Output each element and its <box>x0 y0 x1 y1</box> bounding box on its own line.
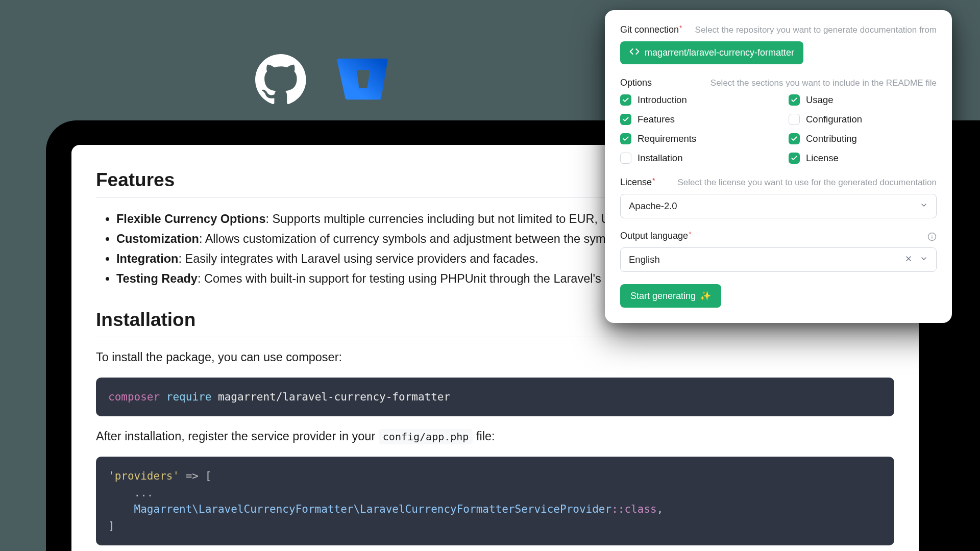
github-icon <box>255 54 306 107</box>
checkbox-checked-icon <box>620 94 631 106</box>
checkbox-checked-icon <box>789 133 800 144</box>
option-label: Usage <box>806 94 833 106</box>
repo-selected-chip[interactable]: magarrent/laravel-currency-formatter <box>620 41 803 64</box>
sparkle-icon: ✨ <box>700 290 711 302</box>
option-label: Requirements <box>638 133 696 144</box>
option-label: Introduction <box>638 94 687 106</box>
install-register-provider: After installation, register the service… <box>96 430 894 443</box>
git-connection-label: Git connection* <box>620 24 682 35</box>
git-connection-hint: Select the repository you want to genera… <box>695 25 937 35</box>
license-hint: Select the license you want to use for t… <box>678 178 937 188</box>
option-label: License <box>806 153 839 164</box>
chevron-down-icon <box>920 201 928 212</box>
bitbucket-icon <box>337 54 388 107</box>
option-usage[interactable]: Usage <box>789 94 937 106</box>
option-label: Installation <box>638 153 682 164</box>
language-select[interactable]: English <box>620 247 937 272</box>
checkbox-unchecked-icon <box>789 114 800 125</box>
option-contributing[interactable]: Contributing <box>789 133 937 144</box>
checkbox-checked-icon <box>789 153 800 164</box>
options-hint: Select the sections you want to include … <box>710 78 937 88</box>
clear-icon[interactable] <box>904 254 913 265</box>
option-label: Configuration <box>806 114 862 125</box>
checkbox-unchecked-icon <box>620 153 631 164</box>
repo-name: magarrent/laravel-currency-formatter <box>645 47 794 58</box>
info-icon[interactable] <box>927 231 937 241</box>
start-generating-button[interactable]: Start generating ✨ <box>620 284 721 308</box>
install-intro: To install the package, you can use comp… <box>96 350 894 364</box>
license-select[interactable]: Apache-2.0 <box>620 194 937 218</box>
option-introduction[interactable]: Introduction <box>620 94 768 106</box>
option-license[interactable]: License <box>789 153 937 164</box>
license-value: Apache-2.0 <box>629 201 677 212</box>
config-path-code: config/app.php <box>379 429 473 444</box>
output-language-label: Output language* <box>620 231 692 241</box>
language-value: English <box>629 254 660 265</box>
code-icon <box>629 46 640 59</box>
options-label: Options <box>620 78 652 88</box>
option-configuration[interactable]: Configuration <box>789 114 937 125</box>
checkbox-checked-icon <box>620 133 631 144</box>
code-block-providers: 'providers' => [ ... Magarrent\LaravelCu… <box>96 457 894 545</box>
option-label: Features <box>638 114 675 125</box>
option-label: Contributing <box>806 133 857 144</box>
option-features[interactable]: Features <box>620 114 768 125</box>
config-panel: Git connection* Select the repository yo… <box>605 10 952 323</box>
checkbox-checked-icon <box>789 94 800 106</box>
option-installation[interactable]: Installation <box>620 153 768 164</box>
option-requirements[interactable]: Requirements <box>620 133 768 144</box>
license-label: License* <box>620 177 655 188</box>
chevron-down-icon <box>920 254 928 265</box>
code-block-composer: composer require magarrent/laravel-curre… <box>96 378 894 417</box>
checkbox-checked-icon <box>620 114 631 125</box>
